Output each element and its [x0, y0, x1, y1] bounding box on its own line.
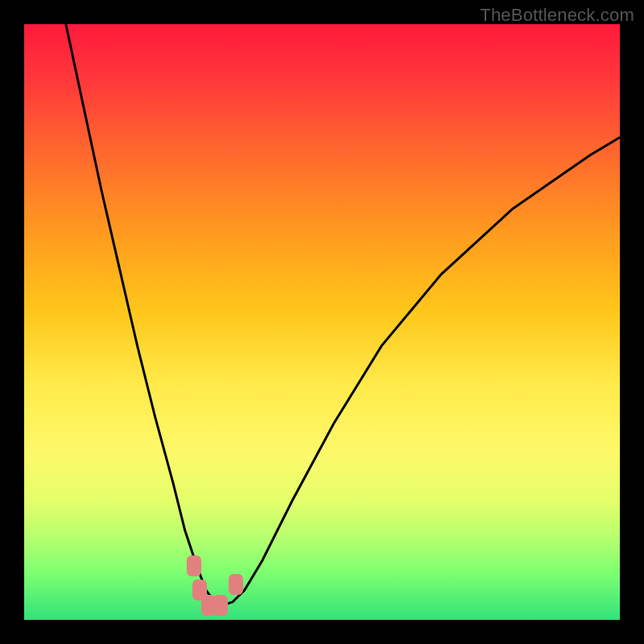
- marker-left-top: [187, 555, 201, 576]
- plot-area: [24, 24, 620, 620]
- marker-right: [229, 574, 243, 595]
- marker-bottom-2: [213, 595, 228, 616]
- watermark-text: TheBottleneck.com: [480, 5, 634, 26]
- chart-frame: TheBottleneck.com: [0, 0, 644, 644]
- bottleneck-curve: [24, 24, 620, 620]
- curve-path: [66, 24, 620, 605]
